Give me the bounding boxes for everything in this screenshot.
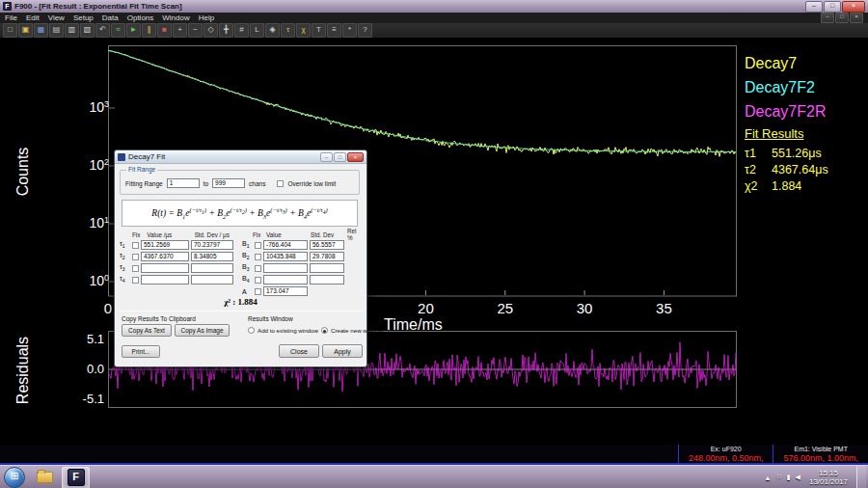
toolbar-fit-chi-square-icon[interactable]: χ [296, 23, 311, 38]
menu-options[interactable]: Options [127, 14, 154, 22]
copy-as-text-button[interactable]: Copy As Text [122, 324, 172, 337]
toolbar-zoom-in-icon[interactable]: + [173, 23, 187, 38]
explorer-taskbar-icon[interactable] [32, 468, 58, 488]
fit-dialog-maximize-button[interactable]: □ [334, 152, 346, 162]
tau3-fix-checkbox[interactable] [132, 265, 139, 272]
fit-dialog-close-icon[interactable]: × [347, 152, 364, 162]
menu-setup[interactable]: Setup [73, 14, 94, 22]
tau4-value-input[interactable] [141, 275, 189, 285]
toolbar-stop-icon[interactable]: ■ [157, 23, 172, 38]
toolbar-save-icon[interactable]: ▦ [34, 23, 48, 38]
toolbar-paste-icon[interactable]: ▧ [80, 23, 95, 38]
b4-value-input[interactable] [263, 275, 308, 285]
titlebar[interactable]: F F900 - [Fit Result : Exponential Fit T… [0, 0, 868, 14]
menu-window[interactable]: Window [162, 14, 189, 22]
toolbar-run-icon[interactable]: ► [126, 23, 141, 38]
toolbar-print-icon[interactable]: ▤ [49, 23, 64, 38]
minimize-button[interactable]: – [805, 1, 823, 13]
b1-fix-checkbox[interactable] [255, 242, 261, 249]
toolbar-copy-icon[interactable]: ▥ [65, 23, 79, 38]
f900-taskbar-icon[interactable]: F [62, 467, 90, 488]
tau1-stddev-input[interactable]: 70.23797 [191, 240, 233, 250]
override-low-limit-checkbox[interactable] [277, 180, 284, 187]
toolbar-overlay-icon[interactable]: ◈ [265, 23, 280, 38]
a-value-input[interactable]: 173.047 [263, 286, 308, 296]
b1-stddev-input[interactable]: 56.5557 [310, 240, 344, 250]
tau3-stddev-input[interactable] [191, 263, 233, 273]
create-new-window-radio[interactable] [321, 327, 328, 334]
fit-dialog-minimize-button[interactable]: – [320, 152, 333, 162]
menu-edit[interactable]: Edit [26, 14, 40, 22]
child-close-button[interactable]: × [850, 13, 863, 23]
tau4-fix-checkbox[interactable] [132, 277, 139, 284]
toolbar-new-scan-icon[interactable]: □ [3, 23, 17, 38]
tau2-fix-checkbox[interactable] [132, 254, 139, 260]
tau3-value-input[interactable] [141, 263, 189, 273]
close-button[interactable]: × [842, 1, 865, 13]
start-button[interactable]: ⊞ [4, 467, 25, 488]
residuals-axis-label: Residuals [14, 312, 32, 428]
toolbar-fit-exponential-icon[interactable]: τ [281, 23, 295, 38]
toolbar-cursor-icon[interactable]: ╋ [219, 23, 233, 38]
b4-fix-checkbox[interactable] [255, 277, 261, 284]
toolbar-open-icon[interactable]: ▣ [18, 23, 33, 38]
b3-value-input[interactable] [263, 263, 308, 273]
show-desktop-button[interactable] [856, 466, 866, 488]
tray-network-icon[interactable]: ▮ [787, 474, 791, 481]
emission-value: 576.00nm, 1.00nm, [783, 453, 858, 463]
apply-button[interactable]: Apply [322, 344, 363, 358]
tau1-value-input[interactable]: 551.2569 [141, 240, 189, 250]
toolbar-grid-icon[interactable]: # [234, 23, 249, 38]
toolbar-help-icon[interactable]: ? [358, 23, 372, 38]
tray-expand-icon[interactable]: ▲ [764, 474, 771, 481]
fit-dialog-titlebar[interactable]: Decay7 Fit – □ × [115, 150, 366, 164]
fit-result-row: χ21.884 [745, 179, 866, 193]
fit-formula-box: R(t) = B1e(−t/τ1) + B2e(−t/τ2) + B3e(−t/… [122, 200, 358, 227]
child-minimize-button[interactable]: – [821, 13, 834, 23]
tau2-value-input[interactable]: 4367.6370 [141, 252, 189, 261]
b1-value-input[interactable]: -766.404 [263, 240, 308, 250]
tau2-stddev-input[interactable]: 8.34805 [191, 252, 233, 261]
copy-as-image-button[interactable]: Copy As Image [175, 324, 230, 337]
menu-view[interactable]: View [48, 14, 65, 22]
tray-volume-icon[interactable]: ◀ [796, 474, 800, 481]
b3-stddev-input[interactable] [310, 263, 344, 273]
toolbar-options-icon[interactable]: * [342, 23, 357, 38]
tau4-stddev-input[interactable] [191, 275, 233, 285]
tray-flag-icon[interactable]: ⚐ [775, 474, 781, 481]
legend-decay7f2[interactable]: Decay7F2 [745, 79, 865, 96]
menu-help[interactable]: Help [199, 14, 214, 22]
residual-tick-label: -5.1 [58, 392, 104, 407]
add-to-existing-window-radio[interactable] [248, 327, 255, 334]
a-fix-checkbox[interactable] [255, 288, 261, 295]
legend-decay7f2r[interactable]: Decay7F2R [745, 103, 865, 121]
dialog-close-button[interactable]: Close [279, 344, 319, 358]
toolbar-pause-icon[interactable]: ∥ [142, 23, 156, 38]
toolbar-legend-icon[interactable]: ≡ [327, 23, 341, 38]
fitting-range-from-input[interactable]: 1 [167, 178, 200, 188]
toolbar-undo-icon[interactable]: ↶ [95, 23, 110, 38]
fitting-range-to-input[interactable]: 999 [212, 178, 245, 188]
toolbar-zoom-out-icon[interactable]: − [188, 23, 203, 38]
toolbar-log-axis-icon[interactable]: L [250, 23, 264, 38]
print-button[interactable]: Print... [122, 345, 160, 358]
maximize-button[interactable]: □ [824, 1, 841, 13]
b3-fix-checkbox[interactable] [255, 265, 261, 272]
taskbar: ⊞ F ▲ ⚐ ▮ ◀ 15:15 13/01/2017 [0, 465, 868, 488]
clock[interactable]: 15:15 13/01/2017 [809, 469, 848, 486]
b4-stddev-input[interactable] [310, 275, 344, 285]
b2-fix-checkbox[interactable] [255, 254, 261, 260]
fit-range-row: Fitting Range 1 to 999 chans Override lo… [121, 171, 359, 188]
tau1-fix-checkbox[interactable] [132, 242, 139, 249]
menu-file[interactable]: File [5, 14, 17, 22]
menu-data[interactable]: Data [102, 14, 119, 22]
child-restore-button[interactable]: □ [835, 13, 849, 23]
b2-value-input[interactable]: 10435.848 [263, 252, 308, 261]
toolbar-signal-rate-icon[interactable]: ≈ [111, 23, 125, 38]
chans-label: chans [249, 180, 265, 187]
legend-decay7[interactable]: Decay7 [745, 55, 865, 72]
b2-stddev-input[interactable]: 29.7808 [310, 252, 344, 261]
tau-parameter-table: FixValue /μsStd. Dev / μsτ1551.256970.23… [120, 230, 240, 285]
toolbar-text-label-icon[interactable]: T [312, 23, 326, 38]
toolbar-autoscale-icon[interactable]: ◇ [203, 23, 218, 38]
